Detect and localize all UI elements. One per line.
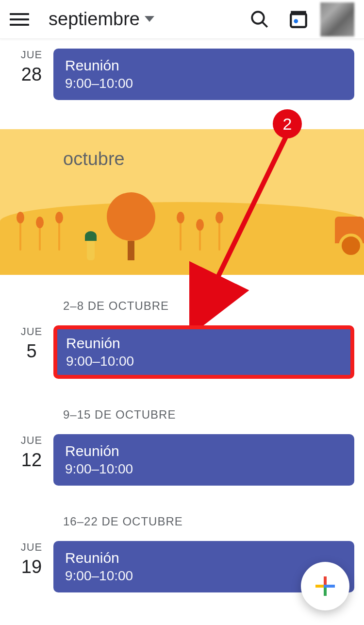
day-of-week: JUE [10,541,53,554]
annotation-badge: 2 [273,109,302,138]
create-event-fab[interactable] [301,562,349,610]
plus-icon [314,574,337,598]
svg-rect-2 [291,13,306,27]
event-card[interactable]: Reunión 9:00–10:00 [53,49,354,100]
chevron-down-icon [145,16,154,23]
day-number: 5 [10,341,53,362]
agenda-day-row: JUE5Reunión9:00–10:00 [0,316,364,384]
event-title: Reunión [65,443,343,459]
day-of-week: JUE [10,434,53,447]
event-time: 9:00–10:00 [66,354,342,369]
day-number: 19 [10,557,53,577]
event-title: Reunión [65,550,343,566]
day-column: JUE19 [10,541,53,577]
day-column: JUE 28 [10,49,53,85]
svg-rect-7 [324,587,327,596]
month-dropdown[interactable]: septiembre [49,9,154,30]
week-header: 16–22 DE OCTUBRE [0,490,364,531]
event-time: 9:00–10:00 [65,76,343,91]
day-of-week: JUE [10,49,53,61]
event-card[interactable]: Reunión9:00–10:00 [53,434,354,486]
event-time: 9:00–10:00 [65,461,343,477]
svg-rect-6 [324,576,327,585]
current-month-label: septiembre [49,9,140,30]
svg-point-0 [252,12,264,24]
day-number: 12 [10,450,53,471]
svg-rect-3 [291,11,306,15]
day-column: JUE12 [10,434,53,471]
today-icon[interactable] [286,7,311,32]
event-card[interactable]: Reunión9:00–10:00 [53,325,354,379]
svg-line-1 [262,22,267,27]
agenda-day-row: JUE 28 Reunión 9:00–10:00 [0,39,364,105]
agenda-day-row: JUE12Reunión9:00–10:00 [0,424,364,490]
event-title: Reunión [65,57,343,74]
day-number: 28 [10,64,53,85]
month-banner: octubre [0,129,364,275]
menu-icon[interactable] [10,10,29,29]
search-icon[interactable] [248,7,272,32]
week-header: 2–8 DE OCTUBRE [0,275,364,316]
agenda-content: JUE 28 Reunión 9:00–10:00 octubre 2–8 DE… [0,39,364,597]
app-header: septiembre [0,0,364,39]
svg-rect-9 [326,585,335,588]
svg-rect-10 [324,585,327,588]
avatar[interactable] [320,2,354,36]
day-of-week: JUE [10,325,53,338]
week-header: 9–15 DE OCTUBRE [0,384,364,424]
month-banner-label: octubre [63,149,125,169]
day-column: JUE5 [10,325,53,362]
svg-point-4 [294,19,298,23]
svg-rect-8 [315,585,324,588]
event-title: Reunión [66,335,342,352]
